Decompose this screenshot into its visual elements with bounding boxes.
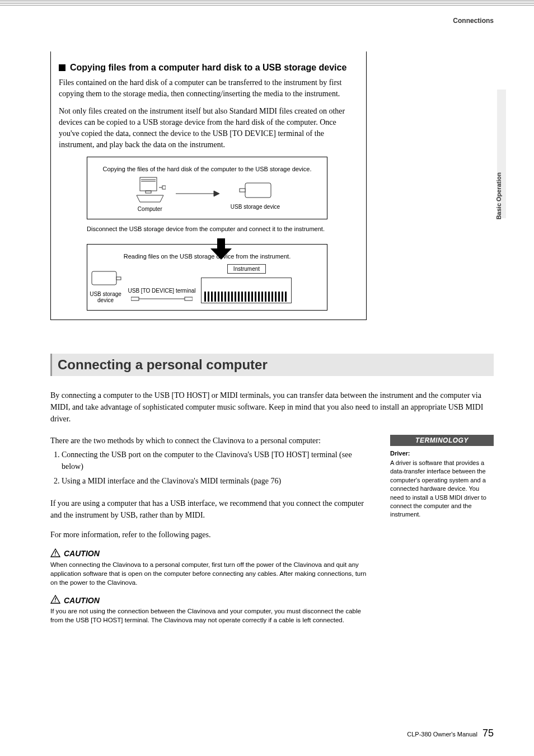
page-footer: CLP-380 Owner's Manual 75 (407, 727, 494, 739)
section-title: Connecting a personal computer (58, 357, 488, 373)
arrow-right-icon (176, 189, 221, 200)
svg-rect-3 (146, 191, 151, 193)
methods-list: Connecting the USB port on the computer … (50, 449, 374, 487)
more-info: For more information, refer to the follo… (50, 529, 374, 541)
page-number: 75 (483, 727, 494, 739)
computer-label: Computer (138, 206, 162, 212)
usb-terminal-label: USB [TO DEVICE] terminal (128, 288, 196, 294)
square-bullet-icon (59, 64, 65, 71)
manual-name: CLP-380 Owner's Manual (407, 731, 477, 738)
methods-intro: There are the two methods by which to co… (50, 435, 374, 447)
usb-device-icon (237, 179, 273, 202)
diagram: Copying the files of the hard disk of th… (87, 157, 327, 311)
boxed-title-text: Copying files from a computer hard disk … (70, 63, 346, 73)
caution-heading-2: ! CAUTION (50, 595, 374, 605)
caution-body-2: If you are not using the connection betw… (50, 607, 374, 624)
caution-body-1: When connecting the Clavinova to a perso… (50, 560, 374, 587)
computer-icon (134, 176, 166, 204)
usb-storage-short-label: USB storage device (89, 291, 123, 303)
main-column: There are the two methods by which to co… (50, 435, 374, 630)
warning-triangle-icon: ! (50, 595, 60, 605)
usb-recommendation: If you are using a computer that has a U… (50, 497, 374, 521)
piano-keys-icon (204, 292, 288, 302)
svg-rect-5 (162, 186, 166, 189)
boxed-para-2: Not only files created on the instrument… (59, 106, 358, 151)
terminology-header: TERMINOLOGY (390, 435, 494, 446)
usb-device-icon-2 (90, 268, 122, 289)
cable-icon (131, 295, 193, 303)
diagram-mid-text: Disconnect the USB storage device from t… (87, 225, 327, 233)
terminology-body: Driver: A driver is software that provid… (390, 449, 494, 519)
method-item-2: Using a MIDI interface and the Clavinova… (62, 475, 374, 487)
svg-rect-9 (116, 277, 121, 280)
svg-rect-10 (131, 297, 139, 300)
usb-device-label: USB storage device (231, 204, 280, 210)
warning-triangle-icon: ! (50, 548, 60, 559)
svg-text:!: ! (54, 551, 57, 557)
svg-text:!: ! (54, 597, 57, 603)
boxed-para-1: Files contained on the hard disk of a co… (59, 77, 358, 100)
decorative-top-rules (0, 0, 534, 7)
caution-label-1: CAUTION (64, 549, 100, 558)
instrument-label: Instrument (227, 264, 266, 274)
terminology-term: Driver: (390, 449, 494, 458)
svg-rect-6 (245, 183, 271, 198)
instrument-icon (201, 278, 292, 303)
diagram-top-box: Copying the files of the hard disk of th… (87, 157, 327, 219)
svg-rect-12 (185, 297, 193, 300)
section-intro: By connecting a computer to the USB [TO … (50, 389, 494, 425)
boxed-section-title: Copying files from a computer hard disk … (59, 63, 358, 73)
caution-heading-1: ! CAUTION (50, 548, 374, 559)
svg-rect-7 (240, 189, 245, 192)
caution-label-2: CAUTION (64, 596, 100, 605)
diagram-bottom-caption: Reading files on the USB storage device … (92, 252, 322, 260)
sidebar-terminology: TERMINOLOGY Driver: A driver is software… (390, 435, 494, 519)
boxed-section: Copying files from a computer hard disk … (50, 51, 367, 320)
diagram-bottom-box: Reading files on the USB storage device … (87, 244, 327, 310)
terminology-text: A driver is software that provides a dat… (390, 459, 486, 518)
method-item-1: Connecting the USB port on the computer … (62, 449, 374, 473)
section-heading-bar: Connecting a personal computer (50, 354, 494, 376)
svg-rect-8 (92, 271, 116, 285)
diagram-top-caption: Copying the files of the hard disk of th… (92, 165, 322, 173)
breadcrumb: Connections (50, 17, 494, 25)
